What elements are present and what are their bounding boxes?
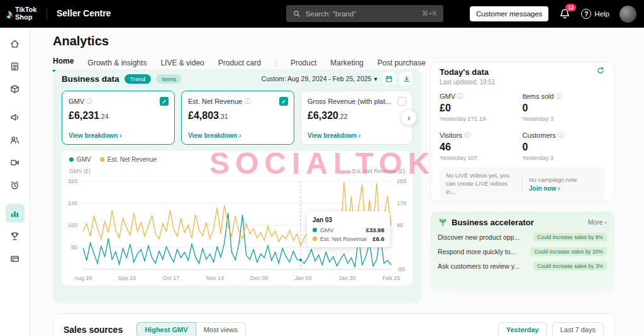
right-axis-tick: 85 [397, 222, 403, 228]
last-7-days-button[interactable]: Last 7 days [552, 322, 604, 336]
tiktok-shop-logo[interactable]: ♪ TikTok Shop [6, 0, 36, 28]
legend-label: Est. Net Revenue [108, 156, 157, 163]
metric-label: Visitors [440, 132, 462, 139]
topbar-divider [47, 8, 47, 20]
gross-revenue-breakdown-link[interactable]: View breakdown › [308, 132, 360, 139]
sidebar-item-home[interactable] [6, 34, 25, 53]
today-metric-customers: Customersⓘ 0 Yesterday 3 [523, 131, 606, 161]
alarm-clock-icon [9, 180, 20, 191]
sidebar-item-live[interactable] [6, 153, 25, 172]
gross-revenue-checkbox[interactable] [397, 97, 406, 106]
tiktok-note-icon: ♪ [6, 7, 13, 21]
segment-highest-gmv[interactable]: Highest GMV [136, 322, 196, 336]
info-icon: ⓘ [457, 92, 464, 101]
accelerator-more-link[interactable]: More › [588, 218, 607, 226]
gmv-card-label: GMV [69, 98, 84, 105]
gmv-card[interactable]: GMVⓘ ✓ £6,231.24 View breakdown › [62, 91, 175, 145]
calendar-icon [385, 75, 393, 83]
brand-text: TikTok Shop [15, 6, 36, 21]
legend-item[interactable]: Est. Net Revenue [100, 156, 157, 163]
sidebar-item-promotions[interactable] [6, 176, 25, 194]
trend-chart-card: GMVEst. Net Revenue GMV (£) Est. Net Rev… [62, 151, 413, 286]
metric-sub: Yesterday 3 [523, 115, 606, 122]
gmv-checkbox[interactable]: ✓ [160, 97, 169, 106]
sales-increase-badge: Could increase sales by 20% [530, 247, 607, 256]
refresh-icon [596, 66, 605, 75]
left-axis-tick: 160 [68, 222, 77, 228]
metric-sub: Yesterday £71.19 [440, 115, 523, 122]
sidebar-item-finance[interactable] [6, 249, 25, 268]
right-axis-tick: -85 [397, 266, 405, 272]
cards-next-button[interactable]: › [401, 110, 416, 125]
sidebar-item-analytics[interactable] [6, 204, 25, 223]
search-icon [292, 9, 301, 18]
legend-dot [69, 157, 74, 162]
business-accelerator-panel: Business accelerator More › Discover new… [430, 211, 614, 293]
segment-most-views[interactable]: Most views [196, 322, 246, 336]
date-range-selector[interactable]: Custom: Aug 29, 2024 - Feb 25, 2025 ▾ [262, 75, 377, 82]
sidebar-item-growth[interactable] [6, 227, 25, 245]
box-icon [9, 84, 20, 94]
items-pill[interactable]: Items [156, 74, 182, 84]
trend-pill[interactable]: Trend [125, 74, 151, 84]
refresh-button[interactable] [596, 66, 605, 77]
join-now-link[interactable]: Join now › [529, 185, 599, 192]
help-label: Help [594, 10, 609, 18]
x-axis-tick: Feb 25 [382, 275, 400, 281]
avatar[interactable] [619, 6, 636, 23]
live-notice-line1: No LIVE videos yet, you [446, 172, 516, 180]
app-name: Seller Centre [57, 8, 111, 18]
tooltip-point [299, 258, 303, 262]
notifications-button[interactable]: 13 [558, 8, 571, 20]
sidebar-item-affiliate[interactable] [6, 130, 25, 149]
chevron-right-icon: › [408, 113, 411, 123]
chart-plot-area[interactable]: Jan 03 GMV£33.98Est. Net Revenue£6.6 [83, 179, 391, 273]
sidebar-item-marketing[interactable] [6, 108, 25, 126]
sidebar-item-products[interactable] [6, 79, 25, 98]
sales-sources-segmented-control: Highest GMV Most views [136, 322, 246, 336]
gmv-breakdown-link[interactable]: View breakdown › [69, 132, 121, 139]
net-revenue-breakdown-link[interactable]: View breakdown › [188, 132, 241, 139]
sales-sources-panel: Sales sources Highest GMV Most views Yes… [53, 313, 614, 336]
check-icon: ✓ [281, 98, 286, 105]
legend-item[interactable]: GMV [69, 156, 91, 163]
video-icon [9, 157, 20, 168]
legend-dot [100, 157, 104, 162]
net-revenue-checkbox[interactable]: ✓ [279, 97, 288, 106]
chart-legend: GMVEst. Net Revenue [69, 156, 157, 163]
date-range-text: Custom: Aug 29, 2024 - Feb 25, 2025 [262, 75, 372, 82]
sales-increase-badge: Could increase sales by 3% [533, 262, 607, 271]
calendar-button[interactable] [382, 72, 395, 85]
net-revenue-card[interactable]: Est. Net Revenueⓘ ✓ £4,803.31 View break… [181, 91, 294, 145]
metric-value: £0 [440, 103, 523, 114]
gross-revenue-card[interactable]: Gross Revenue (with plat...ⓘ £6,320.22 V… [301, 91, 413, 145]
customer-messages-button[interactable]: Customer messages [470, 6, 548, 21]
info-icon: ⓘ [244, 97, 250, 106]
business-data-header: Business data Trend Items Custom: Aug 29… [62, 70, 413, 87]
search-input[interactable]: Search: "brand" ⌘+K [286, 5, 443, 22]
sidebar-item-orders[interactable] [6, 57, 25, 76]
accelerator-item[interactable]: Respond more quickly to... Could increas… [438, 247, 607, 256]
live-notice-line2: can create LIVE videos in... [446, 180, 516, 196]
notice-divider [522, 175, 523, 193]
info-icon: ⓘ [464, 131, 470, 140]
business-data-title: Business data [62, 74, 119, 84]
yesterday-button[interactable]: Yesterday [498, 322, 547, 336]
left-axis-tick: 320 [68, 178, 77, 184]
metric-label: GMV [440, 92, 455, 100]
business-data-panel: Business data Trend Items Custom: Aug 29… [53, 69, 421, 303]
topbar: ♪ TikTok Shop Seller Centre Search: "bra… [0, 0, 644, 28]
accelerator-item[interactable]: Discover new product opp... Could increa… [438, 233, 607, 242]
today-metrics-grid: GMVⓘ £0 Yesterday £71.19 Items soldⓘ 0 Y… [440, 92, 605, 161]
last-updated: Last updated: 19:51 [440, 79, 605, 86]
sales-increase-badge: Could increase sales by 9% [533, 233, 607, 242]
download-button[interactable] [400, 72, 413, 85]
right-axis-ticks: 25517085-85 [394, 179, 413, 273]
gross-revenue-value-decimal: .22 [338, 113, 348, 120]
search-placeholder: Search: "brand" [306, 10, 417, 18]
gmv-value-decimal: .24 [99, 113, 109, 120]
legend-label: GMV [77, 156, 91, 163]
metric-label: Customers [523, 132, 556, 139]
help-button[interactable]: ? Help [581, 9, 609, 19]
accelerator-item[interactable]: Ask customers to review y... Could incre… [438, 262, 607, 271]
